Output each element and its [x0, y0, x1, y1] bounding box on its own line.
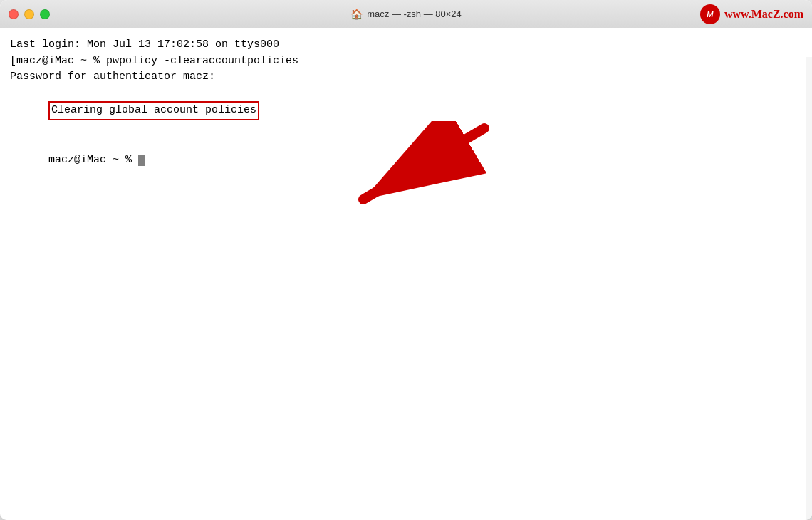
- window-title: macz — -zsh — 80×24: [367, 9, 462, 19]
- terminal-line-1: Last login: Mon Jul 13 17:02:58 on ttys0…: [10, 37, 802, 53]
- terminal-window: 🏠 macz — -zsh — 80×24 M www.MacZ.com Las…: [0, 0, 812, 520]
- terminal-line-4: Clearing global account policies: [10, 85, 802, 137]
- watermark-logo-icon: M: [700, 4, 720, 24]
- scrollbar[interactable]: [806, 57, 812, 520]
- cursor: [138, 155, 145, 166]
- titlebar: 🏠 macz — -zsh — 80×24 M www.MacZ.com: [0, 0, 812, 28]
- traffic-lights: [9, 9, 50, 19]
- watermark-text: www.MacZ.com: [724, 8, 803, 21]
- highlighted-output: Clearing global account policies: [48, 101, 259, 120]
- terminal-line-2: [macz@iMac ~ % pwpolicy -clearaccountpol…: [10, 53, 802, 70]
- house-icon: 🏠: [350, 9, 363, 20]
- maximize-button[interactable]: [40, 9, 50, 19]
- minimize-button[interactable]: [24, 9, 34, 19]
- titlebar-right: M www.MacZ.com: [700, 4, 803, 24]
- titlebar-center: 🏠 macz — -zsh — 80×24: [350, 9, 462, 20]
- terminal-body[interactable]: Last login: Mon Jul 13 17:02:58 on ttys0…: [0, 28, 812, 520]
- close-button[interactable]: [9, 9, 19, 19]
- terminal-line-3: Password for authenticator macz:: [10, 69, 802, 85]
- terminal-line-5: macz@iMac ~ %: [10, 136, 802, 184]
